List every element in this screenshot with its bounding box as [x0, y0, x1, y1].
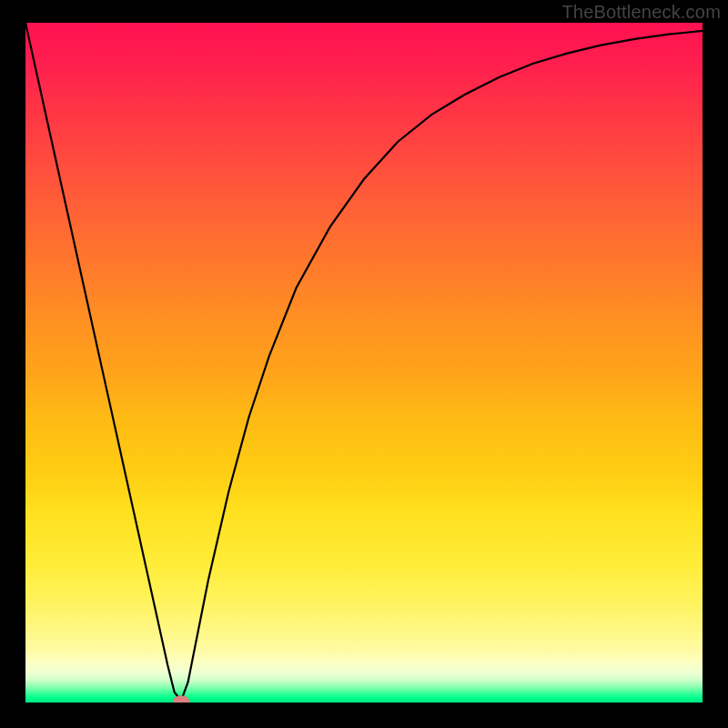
chart-svg [25, 23, 703, 703]
bottleneck-curve [25, 23, 703, 701]
optimum-marker [173, 696, 189, 703]
watermark-label: TheBottleneck.com [561, 2, 721, 23]
plot-area [25, 23, 703, 703]
chart-frame: TheBottleneck.com [0, 0, 728, 728]
